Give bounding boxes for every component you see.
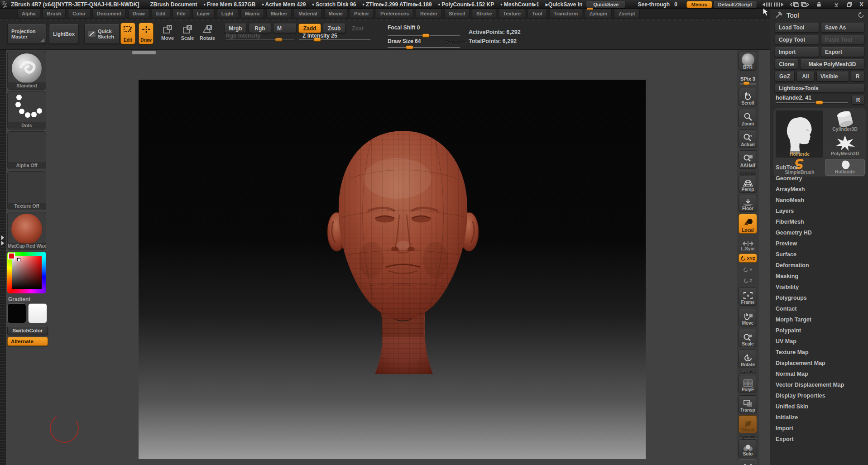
subpalette-item[interactable]: Morph Target: [770, 314, 868, 325]
subpalette-item[interactable]: Polypaint: [770, 325, 868, 336]
menu-item[interactable]: Draw: [128, 10, 149, 18]
persp-button[interactable]: Persp: [739, 176, 757, 193]
menu-item[interactable]: Marker: [266, 10, 292, 18]
lightbox-button[interactable]: LightBox: [49, 24, 79, 44]
subpalette-item[interactable]: Masking: [770, 271, 868, 282]
tool-thumb-cylinder3d[interactable]: Cylinder3D: [826, 110, 864, 133]
import-button[interactable]: Import: [775, 47, 819, 57]
subpalette-item[interactable]: FiberMesh: [770, 216, 868, 227]
subpalette-item[interactable]: Import: [770, 423, 868, 434]
draw-size-slider[interactable]: Draw Size 64: [388, 38, 421, 44]
z-intensity-handle[interactable]: [313, 38, 321, 42]
zsub-button[interactable]: Zsub: [323, 24, 345, 33]
menus-button[interactable]: Menus: [686, 1, 712, 8]
alpha-thumbnail[interactable]: Alpha Off: [7, 131, 46, 169]
edit-button[interactable]: Edit: [120, 23, 135, 44]
subpalette-item[interactable]: UV Map: [770, 336, 868, 347]
subpalette-item[interactable]: NanoMesh: [770, 195, 868, 206]
sv-square[interactable]: [12, 256, 42, 289]
scale-button[interactable]: S Scale: [178, 24, 197, 44]
stroke-thumbnail[interactable]: Dots: [7, 91, 46, 129]
gradient-label[interactable]: Gradient: [8, 296, 30, 302]
lightbox-tools-button[interactable]: Lightbox▸Tools: [775, 84, 864, 93]
left-divider-strip[interactable]: [0, 19, 6, 465]
load-tool-button[interactable]: Load Tool: [775, 23, 819, 33]
subpalette-item[interactable]: Geometry: [770, 173, 868, 184]
head-model[interactable]: [317, 124, 489, 374]
focal-shift-handle[interactable]: [422, 34, 430, 38]
quick-sketch-button[interactable]: Quick Sketch: [84, 24, 120, 44]
scale-3d-button[interactable]: Scale: [739, 329, 757, 347]
menu-item[interactable]: Picker: [350, 10, 374, 18]
menu-item[interactable]: Texture: [499, 10, 525, 18]
menu-item[interactable]: Zplugin: [585, 10, 612, 18]
menu-item[interactable]: Color: [68, 10, 90, 18]
all-button[interactable]: All: [796, 72, 815, 81]
dock-left-icon[interactable]: [790, 1, 799, 8]
spix-track[interactable]: [740, 83, 756, 85]
actual-button[interactable]: x1 Actual: [739, 129, 757, 148]
active-tool-handle[interactable]: [815, 101, 823, 105]
tray-handle[interactable]: [132, 51, 156, 54]
draw-size-track[interactable]: [388, 47, 460, 48]
move-button[interactable]: M Move: [158, 24, 177, 44]
menu-item[interactable]: Document: [92, 10, 126, 18]
rgb-intensity-handle[interactable]: [275, 38, 283, 42]
menu-item[interactable]: Stroke: [472, 10, 496, 18]
menu-item[interactable]: Movie: [324, 10, 347, 18]
copy-tool-button[interactable]: Copy Tool: [775, 35, 819, 45]
texture-thumbnail[interactable]: Texture Off: [7, 171, 46, 210]
menu-item[interactable]: Edit: [152, 10, 170, 18]
menu-item[interactable]: Brush: [43, 10, 66, 18]
minimize-icon[interactable]: [834, 1, 839, 8]
subpalette-item[interactable]: Visibility: [770, 282, 868, 292]
see-through-label[interactable]: See-through: [638, 1, 670, 8]
alternate-button[interactable]: Alternate: [7, 337, 48, 346]
menu-item[interactable]: Stencil: [444, 10, 470, 18]
menu-item[interactable]: Transform: [549, 10, 583, 18]
dynamic-label[interactable]: Dynamic: [446, 39, 466, 45]
tray-expand-icon[interactable]: [0, 235, 5, 246]
z-intensity-track[interactable]: [299, 39, 370, 40]
subpalette-item[interactable]: Vector Displacement Map: [770, 379, 868, 390]
subpalette-item[interactable]: Contact: [770, 303, 868, 314]
move-3d-button[interactable]: Move: [739, 308, 757, 326]
make-polymesh3d-button[interactable]: Make PolyMesh3D: [800, 59, 864, 69]
projection-master-button[interactable]: Projection Master: [7, 24, 46, 44]
draw-size-handle[interactable]: [406, 45, 413, 49]
lock-icon[interactable]: [816, 1, 822, 8]
lsym-button[interactable]: L.Sym: [739, 236, 757, 252]
save-as-button[interactable]: Save As: [821, 23, 864, 33]
menu-item[interactable]: Alpha: [17, 10, 40, 18]
xyz-button[interactable]: XYZ: [739, 254, 757, 263]
rgb-button[interactable]: Rgb: [249, 24, 271, 33]
polyf-button[interactable]: PolyF: [739, 375, 757, 393]
solo-button[interactable]: Solo: [739, 439, 757, 457]
goz-r-button[interactable]: R: [851, 72, 864, 81]
menu-item[interactable]: Layer: [192, 10, 215, 18]
tool-thumb-hollande[interactable]: Hollande: [776, 110, 823, 158]
transp-button[interactable]: Transp: [739, 395, 757, 413]
menu-item[interactable]: Render: [416, 10, 442, 18]
subpalette-item[interactable]: ArrayMesh: [770, 184, 868, 195]
zcut-button[interactable]: Zcut: [347, 24, 368, 33]
material-thumbnail[interactable]: MatCap Red Wax: [7, 212, 46, 250]
visible-button[interactable]: Visible: [816, 72, 849, 81]
clone-button[interactable]: Clone: [775, 59, 798, 69]
scroll-right-icon[interactable]: [774, 1, 784, 8]
main-color-swatch[interactable]: [7, 303, 26, 323]
bpr-button[interactable]: BPR: [739, 52, 757, 71]
subpalette-item[interactable]: Geometry HD: [770, 227, 868, 238]
subpalette-item[interactable]: Layers: [770, 206, 868, 216]
menu-item[interactable]: Tool: [528, 10, 547, 18]
subpalette-item[interactable]: Polygroups: [770, 292, 868, 303]
close-button[interactable]: X: [859, 1, 863, 8]
menu-item[interactable]: Macro: [240, 10, 264, 18]
zadd-button[interactable]: Zadd: [298, 24, 321, 33]
rotate-3d-button[interactable]: Rotate: [739, 350, 757, 368]
scroll-button[interactable]: Scroll: [739, 88, 757, 106]
spix-slider[interactable]: SPix 3: [739, 72, 757, 85]
frame-button[interactable]: Frame: [739, 287, 757, 306]
subpalette-item[interactable]: Unified Skin: [770, 401, 868, 412]
subpalette-item[interactable]: Export: [770, 434, 868, 445]
